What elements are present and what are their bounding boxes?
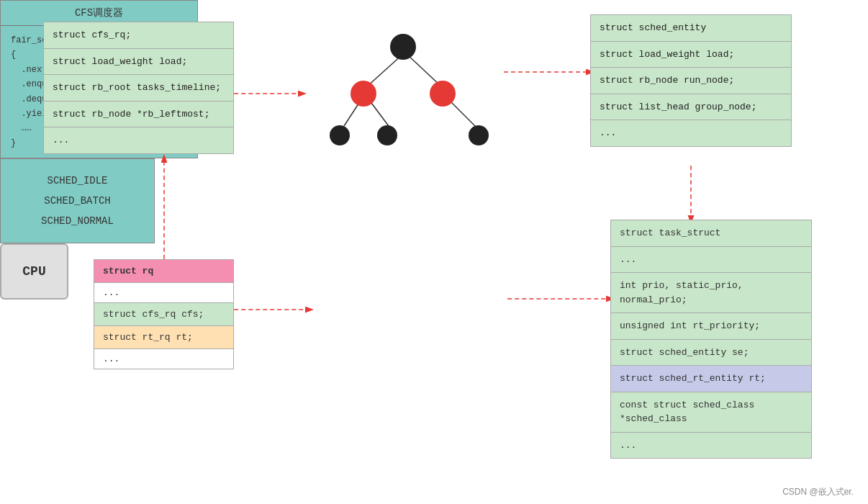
- svg-point-5: [390, 34, 416, 60]
- rq-row-last: ...: [94, 349, 233, 369]
- box-rq: struct rq ... struct cfs_rq cfs; struct …: [94, 259, 234, 369]
- cfsrq-row-1: struct cfs_rq;: [44, 22, 233, 49]
- schedentity-row-1: struct sched_entity: [591, 15, 791, 42]
- cfsrq-row-2: struct load_weight load;: [44, 49, 233, 76]
- sched-normal: SCHED_NORMAL: [8, 211, 147, 231]
- box-task-struct: struct task_struct ... int prio, static_…: [610, 220, 812, 459]
- svg-line-1: [407, 54, 441, 86]
- box-sched-labels: SCHED_IDLE SCHED_BATCH SCHED_NORMAL: [0, 158, 155, 243]
- rbtree-diagram: [302, 14, 504, 166]
- box-cpu: CPU: [0, 243, 68, 300]
- watermark: CSDN @嵌入式er.: [782, 486, 854, 498]
- svg-point-9: [377, 125, 397, 145]
- taskstruct-row-se: struct sched_entity se;: [611, 340, 811, 366]
- cpu-label: CPU: [22, 264, 45, 279]
- cfsrq-row-4: struct rb_node *rb_leftmost;: [44, 102, 233, 128]
- taskstruct-row-title: struct task_struct: [611, 220, 811, 247]
- svg-point-7: [430, 81, 456, 107]
- diagram-container: struct cfs_rq; struct load_weight load; …: [0, 0, 868, 504]
- svg-point-10: [469, 125, 489, 145]
- svg-point-6: [351, 81, 376, 107]
- rq-row-dots: ...: [94, 283, 233, 303]
- taskstruct-row-rt: struct sched_rt_entity rt;: [611, 366, 811, 392]
- taskstruct-row-prio: int prio, static_prio, normal_prio;: [611, 273, 811, 313]
- schedentity-row-4: struct list_head group_node;: [591, 94, 791, 121]
- sched-batch: SCHED_BATCH: [8, 191, 147, 211]
- rq-row-rt: struct rt_rq rt;: [94, 326, 233, 349]
- schedentity-row-5: ...: [591, 120, 791, 146]
- taskstruct-row-sched-class: const struct sched_class *sched_class: [611, 392, 811, 433]
- sched-idle: SCHED_IDLE: [8, 171, 147, 191]
- svg-point-8: [330, 125, 350, 145]
- box-cfs-rq: struct cfs_rq; struct load_weight load; …: [43, 22, 234, 154]
- svg-line-0: [367, 54, 403, 86]
- cfsrq-row-5: ...: [44, 127, 233, 153]
- taskstruct-row-rt-priority: unsigned int rt_priority;: [611, 313, 811, 340]
- cfsrq-row-3: struct rb_root tasks_timeline;: [44, 75, 233, 102]
- schedentity-row-2: struct load_weight load;: [591, 42, 791, 68]
- rq-row-cfs: struct cfs_rq cfs;: [94, 303, 233, 326]
- taskstruct-row-dots2: ...: [611, 433, 811, 459]
- rq-title: struct rq: [94, 260, 233, 283]
- taskstruct-row-dots1: ...: [611, 247, 811, 274]
- box-sched-entity: struct sched_entity struct load_weight l…: [590, 14, 792, 147]
- schedentity-row-3: struct rb_node run_node;: [591, 68, 791, 94]
